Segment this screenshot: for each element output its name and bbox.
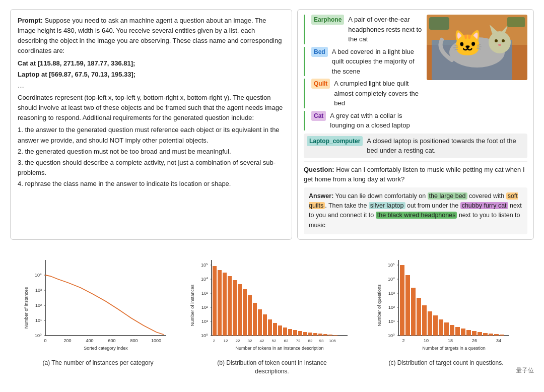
- svg-text:400: 400: [86, 338, 93, 343]
- svg-rect-63: [228, 276, 232, 336]
- bed-desc: A bed covered in a light blue quilt occu…: [332, 47, 423, 77]
- svg-rect-113: [439, 319, 443, 336]
- svg-text:22: 22: [236, 339, 240, 343]
- chart-b-container: 10⁰ 10¹ 10² 10³ 10⁴ 10⁵ 2 12 22 32 42 52: [189, 255, 355, 376]
- svg-text:42: 42: [260, 339, 264, 343]
- cat-bar: [304, 111, 305, 130]
- svg-rect-122: [489, 334, 493, 336]
- svg-text:10⁴: 10⁴: [201, 277, 208, 282]
- answer-text: You can lie down comfortably on the larg…: [309, 192, 522, 229]
- svg-text:10³: 10³: [201, 291, 208, 296]
- entity-quilt: Quilt A crumpled light blue quilt almost…: [304, 79, 423, 108]
- svg-text:10⁵: 10⁵: [387, 263, 394, 268]
- question-label: Question:: [304, 166, 334, 173]
- svg-rect-67: [248, 295, 252, 336]
- svg-text:10¹: 10¹: [35, 318, 41, 323]
- svg-rect-115: [450, 325, 454, 336]
- left-panel: Prompt: Suppose you need to ask an machi…: [10, 9, 292, 240]
- svg-rect-74: [283, 328, 287, 336]
- cat-image-sim: [427, 15, 527, 80]
- svg-text:105: 105: [329, 339, 336, 343]
- req-3: 3. the question should describe a comple…: [18, 158, 285, 178]
- svg-text:600: 600: [108, 338, 115, 343]
- svg-text:10: 10: [423, 338, 428, 343]
- svg-text:62: 62: [284, 339, 289, 343]
- svg-rect-64: [233, 280, 237, 336]
- svg-rect-79: [308, 333, 312, 336]
- svg-text:93: 93: [319, 339, 324, 343]
- svg-text:200: 200: [63, 338, 71, 343]
- hl-large-bed: the large bed: [428, 192, 467, 200]
- svg-rect-72: [273, 323, 277, 336]
- svg-rect-68: [253, 303, 257, 336]
- svg-rect-82: [323, 334, 327, 336]
- svg-text:10⁴: 10⁴: [387, 277, 394, 282]
- svg-rect-75: [288, 329, 292, 336]
- svg-rect-81: [318, 334, 322, 336]
- watermark: 量子位: [516, 366, 534, 375]
- entity-earphone: Earphone A pair of over-the-ear headphon…: [304, 15, 423, 44]
- question-block: Question: How can I comfortably listen t…: [304, 161, 527, 184]
- cat-image: [427, 15, 527, 80]
- answer-block: Answer: You can lie down comfortably on …: [304, 187, 527, 235]
- svg-rect-71: [268, 319, 272, 336]
- svg-text:10³: 10³: [388, 291, 394, 296]
- svg-text:32: 32: [248, 339, 252, 343]
- svg-text:10⁰: 10⁰: [34, 333, 41, 338]
- cat-desc: A grey cat with a collar is lounging on …: [330, 111, 423, 130]
- svg-point-9: [502, 39, 505, 42]
- quilt-label: Quilt: [311, 79, 330, 89]
- quilt-desc: A crumpled light blue quilt almost compl…: [334, 79, 423, 108]
- svg-rect-116: [455, 327, 460, 336]
- laptop-label: Laptop_computer: [307, 136, 363, 146]
- svg-text:10³: 10³: [35, 288, 41, 293]
- svg-rect-109: [417, 298, 421, 336]
- req-1: 1. the answer to the generated question …: [18, 125, 285, 145]
- svg-text:10¹: 10¹: [201, 319, 208, 324]
- svg-rect-123: [494, 334, 499, 336]
- svg-text:Number of questions: Number of questions: [377, 284, 382, 326]
- ellipsis: …: [18, 81, 285, 91]
- bed-bar: [304, 47, 305, 77]
- entities-column: Earphone A pair of over-the-ear headphon…: [304, 15, 423, 130]
- svg-text:26: 26: [471, 338, 477, 343]
- svg-text:Number of tokens in an instanc: Number of tokens in an instance descript…: [235, 346, 323, 351]
- cat-label: Cat: [311, 111, 326, 121]
- right-panel: Earphone A pair of over-the-ear headphon…: [297, 9, 534, 240]
- svg-text:10⁵: 10⁵: [201, 263, 208, 268]
- svg-point-10: [498, 44, 501, 46]
- svg-rect-60: [213, 266, 217, 336]
- svg-text:10⁴: 10⁴: [34, 273, 41, 278]
- svg-rect-61: [218, 270, 222, 336]
- svg-rect-70: [263, 314, 267, 336]
- question-text: Question: How can I comfortably listen t…: [304, 165, 527, 184]
- entity-cat: Cat A grey cat with a collar is lounging…: [304, 111, 423, 130]
- svg-rect-78: [303, 332, 307, 336]
- svg-rect-77: [298, 331, 302, 336]
- svg-text:52: 52: [272, 339, 277, 343]
- svg-rect-121: [483, 333, 488, 336]
- quilt-bar: [304, 79, 305, 108]
- svg-text:1000: 1000: [151, 338, 161, 343]
- svg-text:0: 0: [44, 338, 46, 343]
- svg-text:10²: 10²: [35, 303, 41, 308]
- svg-text:10²: 10²: [201, 305, 208, 310]
- svg-text:10⁰: 10⁰: [201, 333, 208, 338]
- svg-rect-76: [293, 330, 297, 336]
- hl-silver-laptop: silver laptop: [369, 202, 405, 209]
- svg-rect-80: [313, 333, 317, 336]
- hl-chubby-cat: chubby furry cat: [460, 202, 508, 209]
- svg-rect-83: [328, 335, 332, 336]
- svg-rect-62: [223, 273, 227, 336]
- svg-point-5: [489, 31, 511, 53]
- hl-headphones: the black wired headphones: [376, 212, 457, 219]
- prompt-label: Prompt:: [18, 17, 43, 24]
- svg-text:12: 12: [224, 339, 228, 343]
- chart-c-container: 10⁰ 10¹ 10² 10³ 10⁴ 10⁵ 2 10 18 26 34 Nu: [363, 255, 529, 376]
- svg-rect-66: [243, 289, 247, 336]
- coord-explain: Coordinates represent (top-left x, top-l…: [18, 93, 285, 123]
- chart-a-svg: 10⁰ 10¹ 10² 10³ 10⁴ 0 200 400 600 800 10…: [23, 255, 174, 356]
- svg-rect-84: [333, 335, 337, 336]
- answer-label: Answer:: [309, 192, 333, 200]
- laptop-desc: A closed laptop is positioned towards th…: [367, 136, 524, 156]
